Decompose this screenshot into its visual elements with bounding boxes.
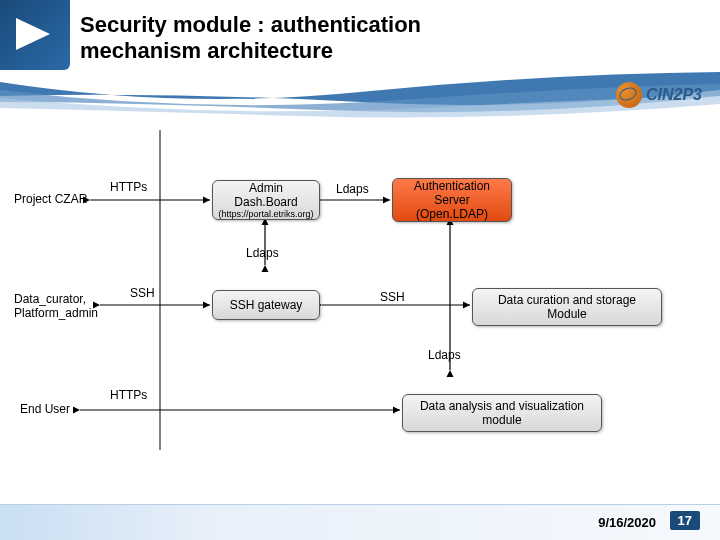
box-data-analysis: Data analysis and visualization module xyxy=(402,394,602,432)
edge-ldaps-2: Ldaps xyxy=(246,246,279,260)
box-admin-dashboard-label: Admin Dash.Board xyxy=(217,181,315,209)
logo-text: CIN2P3 xyxy=(646,86,702,104)
box-admin-dashboard: Admin Dash.Board (https://portal.etriks.… xyxy=(212,180,320,220)
box-ssh-gateway: SSH gateway xyxy=(212,290,320,320)
header-curve-decoration xyxy=(0,62,720,122)
box-auth-server: Authentication Server (Open.LDAP) xyxy=(392,178,512,222)
title-area: Security module : authentication mechani… xyxy=(80,12,500,65)
box-data-curation-label: Data curation and storage Module xyxy=(477,293,657,321)
logo-globe-icon xyxy=(616,82,642,108)
architecture-diagram: Project CZAR Data_curator, Platform_admi… xyxy=(0,110,720,490)
edge-ldaps-3: Ldaps xyxy=(428,348,461,362)
slide-header: Security module : authentication mechani… xyxy=(0,0,720,110)
box-data-analysis-label: Data analysis and visualization module xyxy=(407,399,597,427)
edge-https-1: HTTPs xyxy=(110,180,147,194)
footer-date: 9/16/2020 xyxy=(598,515,656,530)
box-admin-dashboard-sub: (https://portal.etriks.org) xyxy=(218,209,313,219)
edge-https-2: HTTPs xyxy=(110,388,147,402)
play-triangle-icon xyxy=(16,18,50,50)
footer-page-number: 17 xyxy=(670,511,700,530)
slide-title: Security module : authentication mechani… xyxy=(80,12,500,65)
box-auth-server-label: Authentication Server (Open.LDAP) xyxy=(397,179,507,221)
edge-ssh-right: SSH xyxy=(380,290,405,304)
box-ssh-gateway-label: SSH gateway xyxy=(230,298,303,312)
edge-ssh-left: SSH xyxy=(130,286,155,300)
box-data-curation: Data curation and storage Module xyxy=(472,288,662,326)
actor-project-czar: Project CZAR xyxy=(14,192,87,206)
edge-ldaps-1: Ldaps xyxy=(336,182,369,196)
actor-data-curator: Data_curator, Platform_admin xyxy=(14,292,98,320)
actor-end-user: End User xyxy=(20,402,70,416)
ccin2p3-logo: CIN2P3 xyxy=(616,82,702,108)
